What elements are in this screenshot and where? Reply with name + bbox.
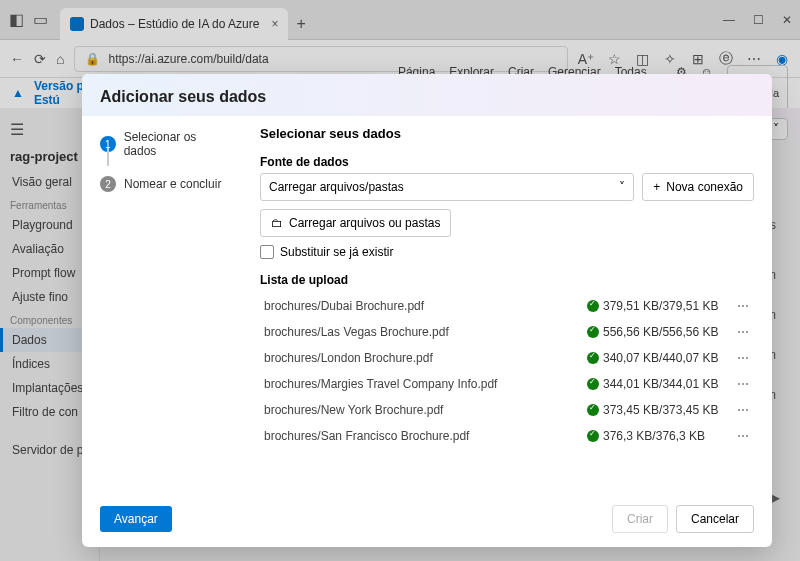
row-more-icon[interactable]: ⋯	[737, 299, 750, 313]
modal-footer: Avançar Criar Cancelar	[82, 495, 772, 547]
check-icon	[587, 352, 599, 364]
data-source-select[interactable]: Carregar arquivos/pastas ˅	[260, 173, 634, 201]
check-icon	[587, 430, 599, 442]
modal-header: Adicionar seus dados	[82, 74, 772, 116]
add-data-modal: Adicionar seus dados 1 Selecionar os dad…	[82, 74, 772, 547]
file-name: brochures/New York Brochure.pdf	[264, 403, 587, 417]
file-status: 379,51 KB/379,51 KB	[603, 299, 718, 313]
new-connection-button[interactable]: + Nova conexão	[642, 173, 754, 201]
modal-title: Adicionar seus dados	[100, 88, 754, 106]
upload-row: brochures/New York Brochure.pdf 373,45 K…	[260, 397, 754, 423]
check-icon	[587, 300, 599, 312]
file-status: 340,07 KB/440,07 KB	[603, 351, 718, 365]
plus-icon: +	[653, 180, 660, 194]
create-button: Criar	[612, 505, 668, 533]
check-icon	[587, 404, 599, 416]
file-name: brochures/Las Vegas Brochure.pdf	[264, 325, 587, 339]
upload-row: brochures/London Brochure.pdf 340,07 KB/…	[260, 345, 754, 371]
row-more-icon[interactable]: ⋯	[737, 403, 750, 417]
file-name: brochures/Margies Travel Company Info.pd…	[264, 377, 587, 391]
step2-number-icon: 2	[100, 176, 116, 192]
checkbox-icon[interactable]	[260, 245, 274, 259]
cancel-button[interactable]: Cancelar	[676, 505, 754, 533]
file-status: 373,45 KB/373,45 KB	[603, 403, 718, 417]
chevron-down-icon: ˅	[619, 180, 625, 194]
wizard-steps: 1 Selecionar os dados 2 Nomear e conclui…	[100, 126, 230, 485]
upload-row: brochures/San Francisco Brochure.pdf 376…	[260, 423, 754, 449]
file-name: brochures/San Francisco Brochure.pdf	[264, 429, 587, 443]
step1-label: Selecionar os dados	[124, 130, 230, 158]
file-name: brochures/London Brochure.pdf	[264, 351, 587, 365]
upload-files-button[interactable]: 🗀 Carregar arquivos ou pastas	[260, 209, 451, 237]
folder-icon: 🗀	[271, 216, 283, 230]
row-more-icon[interactable]: ⋯	[737, 325, 750, 339]
step2-label: Nomear e concluir	[124, 177, 221, 191]
row-more-icon[interactable]: ⋯	[737, 377, 750, 391]
form-section-title: Selecionar seus dados	[260, 126, 754, 141]
source-label: Fonte de dados	[260, 155, 754, 169]
row-more-icon[interactable]: ⋯	[737, 429, 750, 443]
step-name-finish[interactable]: 2 Nomear e concluir	[100, 176, 230, 192]
select-value: Carregar arquivos/pastas	[269, 180, 404, 194]
upload-row: brochures/Las Vegas Brochure.pdf 556,56 …	[260, 319, 754, 345]
row-more-icon[interactable]: ⋯	[737, 351, 750, 365]
upload-list-title: Lista de upload	[260, 273, 754, 287]
upload-row: brochures/Margies Travel Company Info.pd…	[260, 371, 754, 397]
replace-checkbox-row[interactable]: Substituir se já existir	[260, 245, 754, 259]
next-button[interactable]: Avançar	[100, 506, 172, 532]
replace-label: Substituir se já existir	[280, 245, 393, 259]
step-select-data[interactable]: 1 Selecionar os dados	[100, 130, 230, 158]
upload-row: brochures/Dubai Brochure.pdf 379,51 KB/3…	[260, 293, 754, 319]
file-name: brochures/Dubai Brochure.pdf	[264, 299, 587, 313]
file-status: 556,56 KB/556,56 KB	[603, 325, 718, 339]
check-icon	[587, 326, 599, 338]
file-status: 376,3 KB/376,3 KB	[603, 429, 705, 443]
upload-list: brochures/Dubai Brochure.pdf 379,51 KB/3…	[260, 293, 754, 485]
file-status: 344,01 KB/344,01 KB	[603, 377, 718, 391]
check-icon	[587, 378, 599, 390]
